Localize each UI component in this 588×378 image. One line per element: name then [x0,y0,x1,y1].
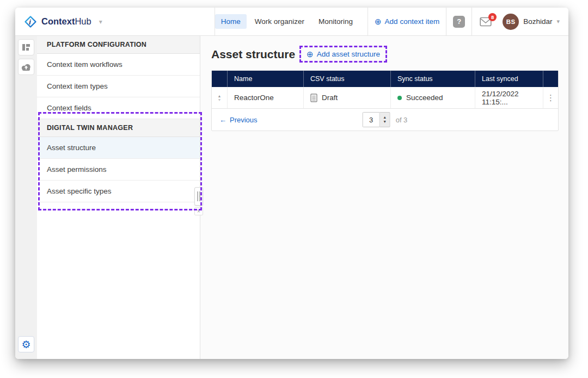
pagination-row: ← Previous ▲ ▼ of 3 [212,109,558,131]
user-name: Bozhidar [523,17,552,26]
cell-sync-status: Succeeded [390,87,475,108]
main-content: Asset structure ⊕ Add asset structure Na… [200,36,568,359]
section-header-platform-configuration: PLATFORM CONFIGURATION [37,36,200,54]
scrollbar-handle[interactable] [194,187,203,206]
page-title: Asset structure [211,48,295,61]
stepper-down-icon[interactable]: ▼ [383,120,387,124]
sync-status-label: Succeeded [406,94,443,102]
svg-text:i: i [29,18,31,26]
row-reorder-cell: ▲ ▼ [212,87,227,108]
tab-monitoring[interactable]: Monitoring [313,14,359,29]
chevron-down-icon[interactable]: ▾ [99,18,102,26]
sidebar-item-context-fields[interactable]: Context fields [37,97,200,119]
cloud-upload-button[interactable] [18,59,34,75]
gear-icon: ⚙ [21,339,30,350]
column-header-csv-status: CSV status [303,71,390,87]
notification-badge: 8 [488,13,497,21]
sidebar: PLATFORM CONFIGURATION Context item work… [37,36,200,359]
divider [471,8,472,35]
page-stepper: ▲ ▼ [380,112,390,127]
brand-name: ContextHub [41,16,91,27]
sidebar-scroll-widget: × [194,187,203,215]
previous-label: Previous [230,116,258,124]
asset-structure-table: Name CSV status Sync status Last synced … [211,70,559,131]
close-icon[interactable]: × [194,207,203,215]
notifications-button[interactable]: 8 [480,17,492,27]
circle-plus-icon: ⊕ [375,17,382,26]
page-input[interactable] [363,112,380,127]
cell-name: ReactorOne [227,87,303,108]
row-move-down-icon[interactable]: ▼ [218,98,222,102]
sidebar-item-context-item-workflows[interactable]: Context item workflows [37,54,200,76]
cloud-upload-icon [21,63,32,71]
annotation-box-add-button: ⊕ Add asset structure [299,46,387,63]
cell-csv-status: Draft [303,87,390,108]
top-bar-right: Home Work organizer Monitoring ⊕ Add con… [215,8,568,35]
sidebar-item-asset-specific-types[interactable]: Asset specific types [37,181,200,202]
add-asset-structure-button[interactable]: ⊕ Add asset structure [307,50,380,58]
app-window: i ContextHub ▾ Home Work organizer Monit… [15,8,568,359]
help-button[interactable]: ? [453,16,465,28]
stepper-up-icon[interactable]: ▲ [383,115,387,120]
settings-button[interactable]: ⚙ [18,336,34,352]
page-selector: ▲ ▼ of 3 [363,112,408,127]
previous-page-button[interactable]: ← Previous [219,116,258,124]
table-row[interactable]: ▲ ▼ ReactorOne [212,87,558,109]
top-bar: i ContextHub ▾ Home Work organizer Monit… [15,8,568,36]
cell-actions: ⋮ [543,87,558,108]
avatar: BS [503,14,519,30]
table-header-spacer [212,71,227,87]
row-move-up-icon[interactable]: ▲ [218,94,222,98]
section-header-digital-twin-manager: DIGITAL TWIN MANAGER [37,119,200,137]
layout-icon [21,42,31,52]
column-header-name: Name [227,71,303,87]
table-header-row: Name CSV status Sync status Last synced [212,71,558,87]
body: ⚙ PLATFORM CONFIGURATION Context item wo… [15,36,568,359]
logo-section: i ContextHub ▾ [15,8,215,35]
csv-status-label: Draft [322,94,338,102]
document-icon [310,94,317,102]
add-asset-structure-label: Add asset structure [317,50,380,58]
divider [446,8,446,35]
tab-home[interactable]: Home [215,14,247,29]
add-context-item-label: Add context item [385,17,440,26]
icon-rail: ⚙ [15,36,37,359]
circle-plus-icon: ⊕ [307,50,314,58]
column-header-last-synced: Last synced [475,71,543,87]
row-actions-kebab-icon[interactable]: ⋮ [547,93,555,103]
contexthub-logo-icon: i [24,15,37,28]
layout-view-button[interactable] [18,39,34,55]
sidebar-item-asset-permissions[interactable]: Asset permissions [37,159,200,181]
cell-last-synced: 21/12/2022 11:15:... [475,87,543,108]
user-menu[interactable]: BS Bozhidar ▾ [503,14,560,30]
chevron-down-icon: ▾ [556,18,560,25]
arrow-left-icon: ← [219,116,226,124]
sidebar-item-asset-structure[interactable]: Asset structure [37,137,200,159]
add-context-item-button[interactable]: ⊕ Add context item [375,17,439,26]
page-total-label: of 3 [396,116,408,124]
title-row: Asset structure ⊕ Add asset structure [211,46,568,63]
tab-work-organizer[interactable]: Work organizer [249,14,310,29]
table-header-actions-spacer [543,71,558,87]
divider [367,8,368,35]
sidebar-item-context-item-types[interactable]: Context item types [37,76,200,97]
status-dot-icon [397,96,402,100]
column-header-sync-status: Sync status [390,71,475,87]
